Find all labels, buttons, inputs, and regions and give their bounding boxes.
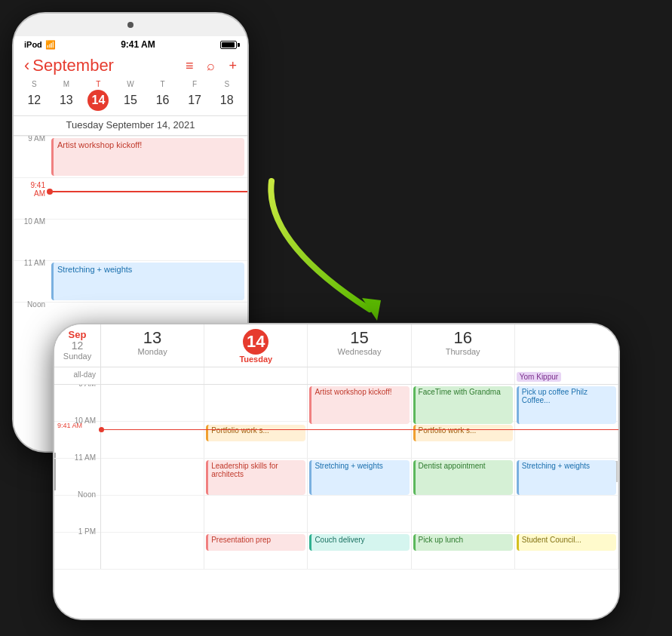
- day-name: T: [161, 80, 165, 88]
- week-row: S 12 M 13 T 14 W 15 T 16 F 17: [14, 80, 247, 116]
- cell-wed-noon: [412, 496, 515, 532]
- week-day-sun[interactable]: S 12: [18, 80, 51, 111]
- week-day-sat[interactable]: S 18: [210, 80, 243, 111]
- allday-thu: Yom Kippur: [515, 367, 618, 384]
- event-presentation[interactable]: Presentation prep: [206, 534, 305, 551]
- cell-sun-noon: [101, 496, 204, 532]
- day-name: F: [192, 80, 197, 88]
- cell-tue-11: Stretching + weights: [308, 459, 411, 495]
- cell-mon-noon: [204, 496, 308, 532]
- toolbar: ≡ ⌕ +: [186, 58, 237, 74]
- cell-thu-noon: [515, 496, 618, 532]
- day-name: M: [63, 80, 69, 88]
- event-title: Stretching + weights: [57, 265, 132, 274]
- event-stretching-tue[interactable]: Stretching + weights: [309, 460, 409, 495]
- day-num-today: 14: [87, 90, 109, 111]
- cell-mon-11: Leadership skills for architects: [204, 459, 308, 495]
- event-portfolio-mon[interactable]: Portfolio work s...: [206, 425, 305, 441]
- time-row-9am: 9 AM Artist workshop kickoff! FaceTime w…: [54, 385, 618, 422]
- battery-icon: [220, 41, 237, 49]
- event-pickup-lunch[interactable]: Pick up lunch: [413, 534, 513, 551]
- cell-wed-1: Pick up lunch: [412, 533, 515, 569]
- time-slot-11am: 11 AM Stretching + weights: [14, 260, 247, 302]
- time-label-current: 9:41 AM: [14, 178, 50, 198]
- week-day-thu[interactable]: T 16: [146, 80, 179, 111]
- wgh-cell-tue[interactable]: 14 Tuesday: [204, 324, 308, 367]
- time-row-noon: Noon: [54, 496, 618, 533]
- day-num: 13: [104, 329, 201, 347]
- cell-thu-9: Pick up coffee Philz Coffee...: [515, 385, 618, 421]
- event-title: Artist workshop kickoff!: [57, 140, 142, 149]
- day-num: 12: [57, 340, 97, 352]
- event-facetime[interactable]: FaceTime with Grandma: [413, 386, 513, 424]
- cell-wed-10: Portfolio work s...: [412, 422, 515, 458]
- time-label: 11 AM: [14, 256, 50, 267]
- event-artist-workshop-l[interactable]: Artist workshop kickoff!: [309, 386, 409, 424]
- week-day-mon[interactable]: M 13: [51, 80, 83, 111]
- wgh-cell-wed[interactable]: 15 Wednesday: [308, 324, 411, 367]
- time-slot-9am: 9 AM Artist workshop kickoff!: [14, 136, 247, 177]
- time-row-11am: 11 AM Leadership skills for architects S…: [54, 459, 618, 496]
- time-content-current: [50, 178, 247, 219]
- week-grid-header: Sep 12 Sunday 13 Monday 14 Tuesday 15 We…: [54, 324, 618, 367]
- allday-mon: [204, 367, 308, 384]
- event-student-council[interactable]: Student Council...: [517, 534, 616, 551]
- time-slot-current: 9:41 AM: [14, 177, 247, 219]
- time-label-9am: 9 AM: [54, 385, 101, 421]
- allday-row: all-day Yom Kippur: [54, 367, 618, 385]
- week-day-tue[interactable]: T 14: [82, 80, 115, 111]
- event-stretching[interactable]: Stretching + weights: [51, 263, 244, 300]
- cell-thu-1: Student Council...: [515, 533, 618, 569]
- allday-wed: [412, 367, 515, 384]
- list-icon[interactable]: ≡: [186, 58, 194, 74]
- back-arrow-icon[interactable]: ‹: [24, 56, 29, 75]
- time-label-10am: 10 AM: [54, 416, 101, 458]
- day-name: Monday: [104, 347, 201, 356]
- wgh-cell-mon[interactable]: 13 Monday: [101, 324, 204, 367]
- month-title[interactable]: ‹ September: [24, 56, 114, 75]
- day-num: 15: [120, 90, 141, 111]
- day-title: Tuesday September 14, 2021: [14, 116, 247, 136]
- event-leadership[interactable]: Leadership skills for architects: [206, 460, 305, 495]
- event-artist-workshop[interactable]: Artist workshop kickoff!: [51, 138, 244, 176]
- day-num-container: 14: [207, 329, 304, 355]
- time-content: Stretching + weights: [50, 261, 247, 302]
- allday-tue: [308, 367, 411, 384]
- wgh-cell-thu[interactable]: 16 Thursday: [412, 324, 515, 367]
- cell-sun-1: [101, 533, 204, 569]
- cell-mon-10: Portfolio work s...: [204, 422, 308, 458]
- day-num: 16: [415, 329, 511, 347]
- notch: [14, 14, 247, 36]
- day-num: 12: [23, 90, 44, 111]
- status-left: iPod 📶: [24, 40, 56, 50]
- week-day-wed[interactable]: W 15: [115, 80, 147, 111]
- allday-sun: [101, 367, 204, 384]
- cell-thu-11: Stretching + weights: [515, 459, 618, 495]
- add-icon[interactable]: +: [229, 58, 237, 74]
- day-name: Thursday: [415, 347, 511, 356]
- cell-thu-10: [515, 422, 618, 458]
- cell-tue-9: Artist workshop kickoff!: [308, 385, 411, 421]
- event-pickup-coffee[interactable]: Pick up coffee Philz Coffee...: [517, 386, 616, 424]
- cell-tue-noon: [308, 496, 411, 532]
- calendar-header: ‹ September ≡ ⌕ +: [14, 53, 247, 80]
- cell-wed-9: FaceTime with Grandma: [412, 385, 515, 421]
- event-stretching-thu[interactable]: Stretching + weights: [517, 460, 616, 495]
- time-label: Noon: [14, 297, 50, 309]
- event-dentist[interactable]: Dentist appointment: [413, 460, 513, 495]
- time-grid-body[interactable]: 9:41 AM 9 AM Artist workshop kickoff! Fa…: [54, 385, 618, 619]
- search-icon[interactable]: ⌕: [207, 58, 215, 74]
- current-time-line-bar: [53, 191, 247, 192]
- cell-sun-9: [101, 385, 204, 421]
- time-label-1pm: 1 PM: [54, 527, 101, 569]
- event-couch[interactable]: Couch delivery: [309, 534, 409, 551]
- svg-marker-0: [362, 298, 381, 321]
- arrow: [249, 166, 430, 332]
- time-label-noon: Noon: [54, 490, 101, 532]
- week-day-fri[interactable]: F 17: [179, 80, 211, 111]
- day-name: Wednesday: [311, 347, 407, 356]
- event-portfolio-wed[interactable]: Portfolio work s...: [413, 425, 513, 441]
- cell-mon-1: Presentation prep: [204, 533, 308, 569]
- day-name-today: Tuesday: [207, 355, 304, 364]
- event-yom-kippur[interactable]: Yom Kippur: [517, 372, 561, 382]
